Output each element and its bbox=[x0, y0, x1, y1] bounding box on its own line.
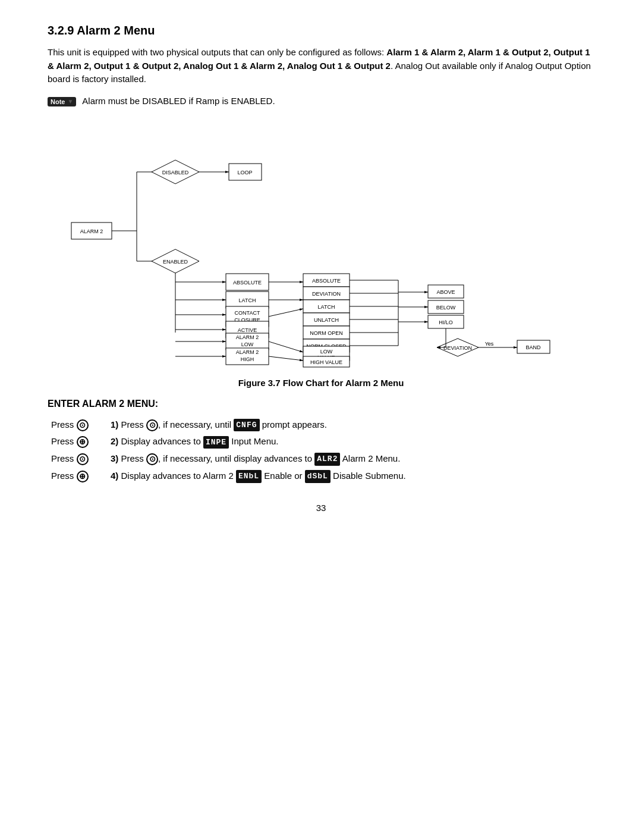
flowchart-svg: ALARM 2 DISABLED LOOP ENABLED ABSOLU bbox=[65, 118, 577, 368]
intro-paragraph: This unit is equipped with two physical … bbox=[48, 46, 594, 86]
press-cell-3: Press ⊙ bbox=[48, 450, 107, 468]
press-label-3: Press bbox=[51, 453, 77, 463]
step1-icon: ⊙ bbox=[146, 419, 158, 431]
note-icon: Note bbox=[48, 97, 76, 106]
svg-text:ALARM 2: ALARM 2 bbox=[80, 228, 103, 234]
svg-text:ABSOLUTE: ABSOLUTE bbox=[312, 278, 341, 284]
svg-text:HIGH: HIGH bbox=[241, 356, 254, 362]
step-row-2: Press ⊕ 2) Display advances to INPE Inpu… bbox=[48, 433, 594, 450]
svg-text:ALARM 2: ALARM 2 bbox=[236, 334, 259, 340]
svg-text:ACTIVE: ACTIVE bbox=[238, 327, 257, 333]
svg-text:DEVIATION: DEVIATION bbox=[312, 291, 341, 297]
svg-text:HI/LO: HI/LO bbox=[439, 319, 453, 325]
svg-text:LATCH: LATCH bbox=[318, 304, 335, 310]
svg-text:UNLATCH: UNLATCH bbox=[314, 317, 339, 323]
press-cell-2: Press ⊕ bbox=[48, 433, 107, 450]
svg-text:LOOP: LOOP bbox=[237, 170, 252, 175]
press-cell-1: Press ⊙ bbox=[48, 416, 107, 434]
svg-text:DEVIATION: DEVIATION bbox=[443, 345, 472, 351]
lcd-inpe: INPE bbox=[203, 436, 229, 449]
step-content-4: 4) Display advances to Alarm 2 ENbL Enab… bbox=[107, 468, 594, 485]
press-icon-3: ⊙ bbox=[77, 453, 89, 465]
step-content-3: 3) Press ⊙, if necessary, until display … bbox=[107, 450, 594, 468]
svg-text:BAND: BAND bbox=[525, 344, 541, 350]
press-cell-4: Press ⊕ bbox=[48, 468, 107, 485]
step-content-1: 1) Press ⊙, if necessary, until CNFG pro… bbox=[107, 416, 594, 434]
press-label-2: Press bbox=[51, 436, 77, 446]
svg-text:ALARM 2: ALARM 2 bbox=[236, 349, 259, 355]
step3-icon: ⊙ bbox=[146, 453, 158, 465]
lcd-enbl: ENbL bbox=[236, 470, 262, 483]
svg-line-56 bbox=[269, 356, 303, 361]
step-row-4: Press ⊕ 4) Display advances to Alarm 2 E… bbox=[48, 468, 594, 485]
steps-table: Press ⊙ 1) Press ⊙, if necessary, until … bbox=[48, 416, 594, 485]
svg-text:ABOVE: ABOVE bbox=[436, 289, 455, 295]
svg-text:LOW: LOW bbox=[320, 349, 333, 355]
svg-text:DISABLED: DISABLED bbox=[162, 170, 189, 175]
svg-text:BELOW: BELOW bbox=[436, 305, 456, 311]
press-icon-2: ⊕ bbox=[77, 436, 89, 448]
svg-text:LATCH: LATCH bbox=[239, 297, 256, 303]
press-label-1: Press bbox=[51, 419, 77, 430]
note-box: Note Alarm must be DISABLED if Ramp is E… bbox=[48, 96, 594, 106]
svg-text:CONTACT: CONTACT bbox=[235, 310, 260, 316]
svg-text:LOW: LOW bbox=[241, 341, 254, 347]
lcd-cnfg: CNFG bbox=[234, 419, 259, 432]
note-text: Alarm must be DISABLED if Ramp is ENABLE… bbox=[82, 96, 275, 106]
press-label-4: Press bbox=[51, 471, 77, 481]
svg-line-52 bbox=[269, 341, 303, 352]
press-icon-4: ⊕ bbox=[77, 471, 89, 482]
svg-text:ABSOLUTE: ABSOLUTE bbox=[233, 280, 262, 286]
lcd-alr2: ALR2 bbox=[314, 453, 340, 466]
svg-line-39 bbox=[269, 309, 303, 316]
step-content-2: 2) Display advances to INPE Input Menu. bbox=[107, 433, 594, 450]
step-row-3: Press ⊙ 3) Press ⊙, if necessary, until … bbox=[48, 450, 594, 468]
section-title: 3.2.9 Alarm 2 Menu bbox=[48, 24, 594, 37]
step-row-1: Press ⊙ 1) Press ⊙, if necessary, until … bbox=[48, 416, 594, 434]
press-icon-1: ⊙ bbox=[77, 419, 89, 431]
enter-alarm-title: ENTER ALARM 2 MENU: bbox=[48, 399, 594, 409]
svg-text:NORM OPEN: NORM OPEN bbox=[310, 330, 343, 336]
page-number: 33 bbox=[48, 503, 594, 513]
figure-caption: Figure 3.7 Flow Chart for Alarm 2 Menu bbox=[48, 378, 594, 388]
lcd-dsbl: dSbL bbox=[305, 470, 331, 483]
flowchart-container: ALARM 2 DISABLED LOOP ENABLED ABSOLU bbox=[48, 118, 594, 368]
svg-text:HIGH VALUE: HIGH VALUE bbox=[310, 359, 342, 365]
svg-text:ENABLED: ENABLED bbox=[163, 259, 188, 265]
svg-text:Yes: Yes bbox=[485, 341, 494, 347]
